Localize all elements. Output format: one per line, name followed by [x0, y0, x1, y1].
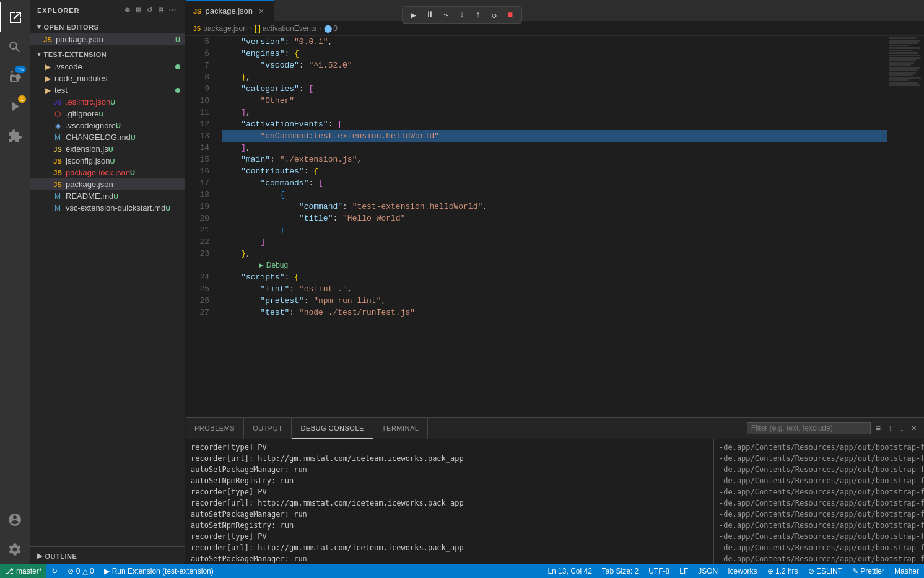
- packagelock-name: package-lock.json: [66, 168, 130, 177]
- jsconfig-icon: JS: [52, 157, 63, 165]
- test-extension-section[interactable]: ▾ TEST-EXTENSION: [30, 48, 185, 61]
- new-folder-icon[interactable]: ⊞: [134, 5, 143, 15]
- minimap: [887, 36, 924, 417]
- changelog-modified: U: [131, 134, 136, 141]
- code-line-20: "title": "Hello World": [222, 212, 887, 224]
- activity-item-search[interactable]: [0, 32, 30, 62]
- vscodeignore-name: .vscodeignore: [66, 121, 116, 130]
- tab-debug-console[interactable]: DEBUG CONSOLE: [292, 418, 373, 439]
- tab-problems[interactable]: PROBLEMS: [186, 418, 244, 439]
- sidebar-item-changelog[interactable]: M CHANGELOG.md U: [30, 131, 185, 143]
- debug-stop-btn[interactable]: ■: [503, 8, 518, 22]
- activity-item-accounts[interactable]: [0, 505, 30, 535]
- sidebar-item-node-modules[interactable]: ▶ node_modules: [30, 72, 185, 84]
- tab-close-btn[interactable]: ×: [256, 6, 266, 16]
- sidebar-item-jsconfig[interactable]: JS jsconfig.json U: [30, 155, 185, 167]
- status-run-extension[interactable]: ▶ Run Extension (test-extension): [99, 564, 219, 578]
- panel-right-output[interactable]: -de.app/Contents/Resources/app/out/boots…: [713, 439, 924, 578]
- eslintrc-modified: U: [110, 99, 115, 106]
- activity-item-run[interactable]: 1: [0, 92, 30, 121]
- collapse-icon[interactable]: ⊟: [157, 5, 165, 15]
- activity-item-explorer[interactable]: [0, 2, 30, 32]
- new-file-icon[interactable]: ⊕: [123, 5, 132, 15]
- activity-item-scm[interactable]: 15: [0, 62, 30, 92]
- iceworks-label: Iceworks: [728, 567, 757, 576]
- breadcrumb-file[interactable]: package.json: [203, 24, 247, 33]
- refresh-icon[interactable]: ↺: [146, 5, 154, 15]
- panel-filter-input[interactable]: [747, 422, 871, 434]
- outline-section-label[interactable]: ▶ OUTLINE: [30, 550, 185, 563]
- open-editors-arrow: ▾: [37, 23, 41, 31]
- status-cursor[interactable]: Ln 13, Col 42: [543, 564, 596, 578]
- sidebar-item-vscodeignore[interactable]: ◈ .vscodeignore U: [30, 120, 185, 131]
- jsconfig-name: jsconfig.json: [66, 156, 110, 165]
- breadcrumb-index[interactable]: ⬤ 0: [324, 24, 338, 33]
- status-eslint[interactable]: ⊘ ESLINT: [803, 564, 847, 578]
- tab-output[interactable]: OUTPUT: [244, 418, 292, 439]
- run-label: Run Extension (test-extension): [112, 567, 214, 576]
- tab-terminal[interactable]: TERMINAL: [373, 418, 429, 439]
- debug-inline-label[interactable]: Debug: [266, 260, 288, 271]
- debug-stepinto-btn[interactable]: ↓: [455, 8, 469, 22]
- quickstart-modified: U: [165, 204, 170, 212]
- sidebar-item-package-lock[interactable]: JS package-lock.json U: [30, 167, 185, 178]
- problems-label: PROBLEMS: [194, 424, 235, 432]
- breadcrumb-sep2: ›: [319, 24, 321, 33]
- status-errors[interactable]: ⊘ 0 △ 0: [63, 564, 98, 578]
- status-masher[interactable]: Masher: [889, 564, 924, 578]
- status-encoding[interactable]: UTF-8: [643, 564, 674, 578]
- eol-label: LF: [679, 567, 688, 576]
- status-wifi[interactable]: ⊕ 1.2 hrs: [762, 564, 803, 578]
- sidebar-item-readme[interactable]: M README.md U: [30, 190, 185, 202]
- panel-close[interactable]: ×: [909, 422, 919, 434]
- changelog-icon: M: [52, 133, 63, 142]
- panel-toggle-wordwrap[interactable]: ≡: [873, 422, 883, 434]
- sidebar-item-gitignore[interactable]: ⬡ .gitignore U: [30, 108, 185, 120]
- status-branch[interactable]: ⎇ master*: [0, 564, 46, 578]
- status-tab-size[interactable]: Tab Size: 2: [597, 564, 643, 578]
- right-console-line: -de.app/Contents/Resources/app/out/boots…: [719, 520, 919, 531]
- status-prettier[interactable]: ✎ Prettier: [847, 564, 889, 578]
- console-line: recorder[type] PV: [191, 486, 708, 497]
- code-line-23: },: [222, 248, 887, 260]
- activity-item-settings[interactable]: [0, 535, 30, 564]
- panel-scroll-bottom[interactable]: ↓: [897, 422, 907, 434]
- console-line: recorder[url]: http://gm.mmstat.com/icet…: [191, 542, 708, 553]
- status-iceworks[interactable]: Iceworks: [723, 564, 762, 578]
- sidebar-item-extension-js[interactable]: JS extension.js U: [30, 143, 185, 155]
- debug-continue-btn[interactable]: ▶: [406, 8, 421, 22]
- sidebar-item-vscode[interactable]: ▶ .vscode: [30, 61, 185, 72]
- console-line: autoSetPackageManager: run: [191, 509, 708, 520]
- status-sync[interactable]: ↻: [46, 564, 63, 578]
- sidebar-item-test[interactable]: ▶ test: [30, 84, 185, 96]
- code-content[interactable]: "version": "0.0.1", "engines": { "vscode…: [217, 36, 887, 417]
- more-actions-icon[interactable]: ···: [168, 5, 178, 15]
- panel-console-output[interactable]: recorder[type] PV recorder[url]: http://…: [186, 439, 713, 578]
- code-line-21: }: [222, 224, 887, 236]
- activity-item-extensions[interactable]: [0, 121, 30, 151]
- line-numbers: 5 6 7 8 9 10 11 12 13 14 15 16 17 18 19 …: [186, 36, 217, 417]
- panel-scroll-top[interactable]: ↑: [886, 422, 895, 434]
- console-line: recorder[type] PV: [191, 531, 708, 542]
- open-editor-package-json[interactable]: JS package.json U: [30, 33, 185, 45]
- tab-package-json[interactable]: JS package.json ×: [186, 0, 274, 21]
- breadcrumb-section[interactable]: [ ] activationEvents: [255, 24, 316, 33]
- sidebar-item-quickstart[interactable]: M vsc-extension-quickstart.md U: [30, 202, 185, 214]
- right-console-line: -de.app/Contents/Resources/app/out/boots…: [719, 553, 919, 564]
- code-editor[interactable]: 5 6 7 8 9 10 11 12 13 14 15 16 17 18 19 …: [186, 36, 924, 417]
- tab-size-label: Tab Size: 2: [602, 567, 639, 576]
- debug-stepover-btn[interactable]: ↷: [438, 8, 453, 22]
- debug-pause-btn[interactable]: ⏸: [422, 8, 437, 22]
- status-eol[interactable]: LF: [674, 564, 693, 578]
- code-line-12: "activationEvents": [: [222, 118, 887, 130]
- debug-inline-icon: ▶: [259, 260, 264, 271]
- branch-label: master*: [16, 567, 41, 576]
- open-editors-section[interactable]: ▾ Open Editors: [30, 20, 185, 33]
- outline-arrow: ▶: [37, 552, 43, 560]
- sidebar-item-eslintrc[interactable]: JS .eslintrc.json U: [30, 96, 185, 108]
- code-line-5: "version": "0.0.1",: [222, 36, 887, 48]
- debug-restart-btn[interactable]: ↺: [487, 8, 502, 22]
- status-language[interactable]: JSON: [693, 564, 723, 578]
- debug-stepout-btn[interactable]: ↑: [471, 8, 486, 22]
- sidebar-item-package-json[interactable]: JS package.json: [30, 178, 185, 190]
